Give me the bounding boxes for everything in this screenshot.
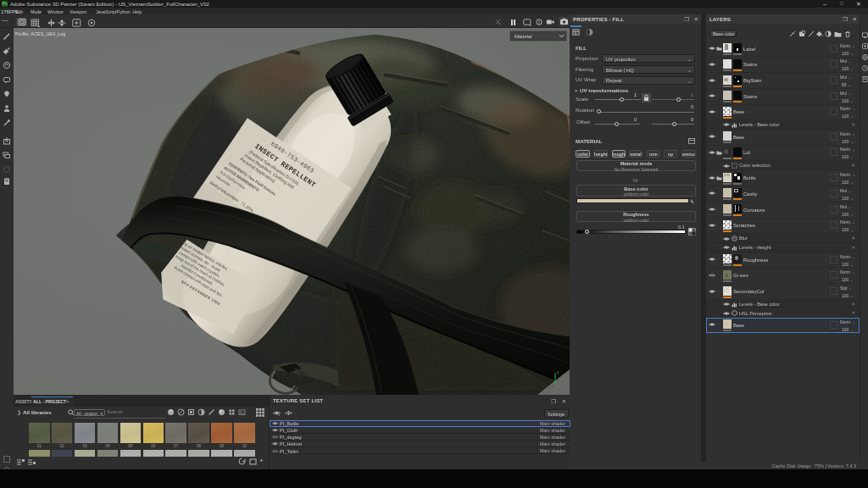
svg-text:Material: Material [515, 34, 532, 39]
svg-text:Profile: ACES_UE4_Log: Profile: ACES_UE4_Log [15, 31, 65, 36]
